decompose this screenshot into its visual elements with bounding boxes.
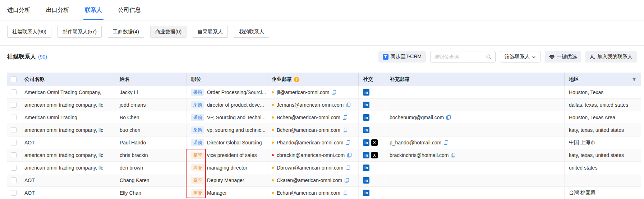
- company-cell: american omni trading company, llc: [20, 162, 115, 174]
- copy-icon[interactable]: [342, 128, 348, 133]
- linkedin-icon[interactable]: in: [363, 190, 369, 196]
- contacts-page: 进口分析出口分析联系人公司信息 社媒联系人(90)邮件联系人(57)工商数据(4…: [0, 0, 644, 199]
- contact-name: Paul Hando: [120, 140, 146, 145]
- contact-name: Bo Chen: [120, 115, 139, 120]
- row-checkbox[interactable]: [11, 102, 17, 108]
- position-text: Deputy Manager: [207, 177, 244, 183]
- tab-label: 联系人: [85, 6, 102, 14]
- table-row: AOTElly Chan高管ManagerEchan@american-omni…: [7, 187, 641, 199]
- region-text: Houston, Texas: [569, 89, 603, 95]
- filter-button-6[interactable]: 我的联系人: [234, 26, 269, 38]
- column-header-label: 社交: [363, 76, 373, 83]
- copy-icon[interactable]: [446, 115, 451, 120]
- help-icon[interactable]: ?: [294, 77, 299, 82]
- name-cell: Chang Karen: [115, 174, 187, 186]
- region-text: 中国 上海市: [569, 139, 595, 146]
- company-email-cell: cbrackin@american-omni.com: [267, 149, 359, 161]
- position-cell: 采购Order Processing/Sourci...: [187, 86, 267, 98]
- position-cell: 高管vice president of sales: [187, 149, 267, 161]
- email-status-dot: [272, 142, 274, 144]
- extra-email-cell: [385, 174, 565, 186]
- linkedin-icon[interactable]: in: [363, 114, 369, 121]
- copy-icon[interactable]: [347, 153, 352, 158]
- company-email: Bchen@american-omni.com: [277, 115, 340, 120]
- company-email-cell: Dbrown@american-omni.com: [267, 162, 359, 174]
- row-checkbox[interactable]: [11, 89, 17, 95]
- company-cell: American Omni Trading: [20, 111, 115, 124]
- tab-2[interactable]: 出口分析: [46, 0, 69, 20]
- extra-email: brackinchris@hotmail.com: [390, 152, 448, 158]
- filter-button-5[interactable]: 自采联系人: [193, 26, 228, 38]
- name-cell: Bo Chen: [115, 111, 187, 124]
- filter-button-1[interactable]: 社媒联系人(90): [7, 26, 51, 38]
- x-twitter-icon[interactable]: X: [371, 139, 378, 146]
- linkedin-icon[interactable]: in: [363, 165, 369, 171]
- sync-to-tcrm-label: 同步至T-CRM: [391, 54, 422, 60]
- copy-icon[interactable]: [331, 90, 336, 95]
- row-checkbox[interactable]: [11, 177, 17, 183]
- contact-name: buo chen: [120, 127, 141, 133]
- tab-3[interactable]: 联系人: [85, 0, 102, 20]
- active-tab-underline: [83, 19, 104, 20]
- row-checkbox[interactable]: [11, 140, 17, 145]
- copy-icon[interactable]: [346, 102, 351, 107]
- copy-icon[interactable]: [345, 140, 350, 145]
- copy-icon[interactable]: [451, 153, 456, 158]
- position-cell: 高管Manager: [187, 187, 267, 199]
- toolbar: T 同步至T-CRM 筛选联系人: [378, 51, 637, 63]
- table-row: American Omni Trading Company,Jacky Li采购…: [7, 86, 641, 99]
- column-header-4: 企业邮箱?: [267, 73, 359, 86]
- name-cell: buo chen: [115, 124, 187, 136]
- social-cell: in: [359, 86, 385, 98]
- filter-button-4[interactable]: 商业数据(0): [150, 26, 187, 38]
- row-checkbox-cell: [7, 149, 20, 161]
- filter-button-2[interactable]: 邮件联系人(57): [58, 26, 102, 38]
- linkedin-icon[interactable]: in: [363, 102, 369, 108]
- sync-to-tcrm-button[interactable]: T 同步至T-CRM: [378, 51, 426, 63]
- position-search-input[interactable]: [434, 54, 486, 60]
- copy-icon[interactable]: [342, 190, 348, 195]
- role-tag: 采购: [191, 114, 204, 121]
- chevron-down-icon: [532, 55, 536, 59]
- position-text: director of product deve...: [207, 102, 264, 108]
- region-cell: 台灣 桃園縣: [565, 187, 641, 199]
- role-tag: 采购: [191, 101, 204, 108]
- copy-icon[interactable]: [344, 178, 349, 183]
- linkedin-icon[interactable]: in: [363, 89, 369, 96]
- name-cell: den brown: [115, 162, 187, 174]
- company-email: Bchen@american-omni.com: [277, 127, 340, 133]
- linkedin-icon[interactable]: in: [363, 177, 369, 184]
- company-name: american omni trading company, llc: [24, 165, 103, 171]
- row-checkbox[interactable]: [11, 152, 17, 158]
- email-status-dot: [272, 192, 274, 194]
- linkedin-icon[interactable]: in: [363, 152, 369, 158]
- row-checkbox[interactable]: [11, 190, 17, 196]
- add-to-my-contacts-button[interactable]: 加入我的联系人: [585, 51, 637, 63]
- tcrm-logo-icon: T: [383, 54, 388, 60]
- company-email: jli@american-omni.com: [277, 89, 329, 95]
- linkedin-icon[interactable]: in: [363, 127, 369, 133]
- linkedin-icon[interactable]: in: [363, 139, 369, 146]
- search-icon[interactable]: [486, 54, 492, 60]
- copy-icon[interactable]: [342, 115, 348, 120]
- tab-4[interactable]: 公司信息: [118, 0, 141, 20]
- filter-contacts-dropdown[interactable]: 筛选联系人: [500, 51, 540, 63]
- tab-1[interactable]: 进口分析: [7, 0, 30, 20]
- x-twitter-icon[interactable]: X: [371, 152, 378, 158]
- position-cell: 采购Director Global Sourcing: [187, 136, 267, 149]
- email-status-dot: [272, 116, 274, 119]
- role-tag: 高管: [191, 164, 204, 171]
- one-click-optimize-button[interactable]: 一键优选: [545, 51, 581, 63]
- table-row: american omni trading company, llcden br…: [7, 162, 641, 174]
- select-all-checkbox[interactable]: [11, 77, 17, 82]
- filter-funnel-icon[interactable]: [632, 77, 636, 82]
- row-checkbox[interactable]: [11, 127, 17, 133]
- copy-icon[interactable]: [443, 140, 448, 145]
- region-text: 台灣 桃園縣: [569, 190, 595, 196]
- row-checkbox[interactable]: [11, 165, 17, 171]
- copy-icon[interactable]: [345, 165, 350, 170]
- column-header-label: 企业邮箱: [272, 76, 292, 83]
- row-checkbox[interactable]: [11, 115, 17, 120]
- email-status-dot: [272, 91, 274, 93]
- filter-button-3[interactable]: 工商数据(4): [108, 26, 144, 38]
